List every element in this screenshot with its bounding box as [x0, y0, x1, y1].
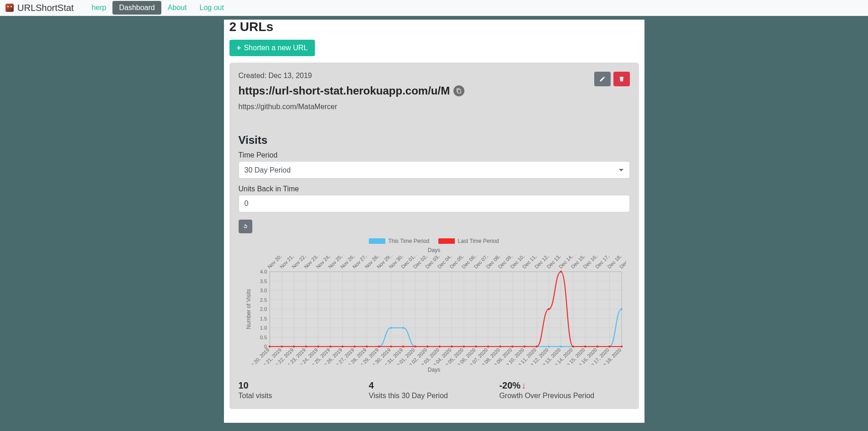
svg-text:2.0: 2.0	[260, 306, 266, 312]
stat-period-label: Visits this 30 Day Period	[369, 392, 499, 400]
svg-point-139	[620, 308, 622, 310]
time-period-label: Time Period	[239, 151, 630, 159]
svg-point-161	[523, 346, 525, 347]
stat-total: 10 Total visits	[239, 380, 369, 400]
navbar: URLShortStat herp Dashboard About Log ou…	[0, 0, 868, 16]
nav-herp[interactable]: herp	[85, 1, 112, 15]
svg-text:0.5: 0.5	[260, 335, 266, 340]
arrow-down-icon: ↓	[522, 380, 526, 391]
svg-point-156	[463, 346, 464, 347]
stat-total-label: Total visits	[239, 392, 369, 400]
shorten-url-button[interactable]: + Shorten a new URL	[229, 40, 315, 56]
units-back-input[interactable]	[239, 195, 630, 212]
nav-logout[interactable]: Log out	[193, 1, 230, 15]
plus-icon: +	[237, 43, 241, 53]
svg-point-157	[475, 346, 477, 347]
svg-text:1.5: 1.5	[260, 316, 266, 321]
chart-top-axis-title: Days	[239, 247, 630, 253]
svg-point-146	[341, 346, 343, 347]
svg-point-150	[390, 346, 392, 347]
svg-text:2.5: 2.5	[260, 297, 266, 303]
svg-point-163	[548, 308, 549, 310]
stat-period: 4 Visits this 30 Day Period	[369, 380, 499, 400]
svg-point-151	[402, 346, 404, 347]
refresh-button[interactable]	[239, 220, 252, 233]
edit-icon	[599, 76, 606, 82]
svg-text:3.0: 3.0	[260, 288, 266, 293]
edit-button[interactable]	[594, 72, 611, 86]
svg-point-143	[305, 346, 307, 347]
svg-point-168	[608, 346, 610, 347]
url-card: Created: Dec 13, 2019 https://url-short-…	[229, 63, 639, 409]
svg-point-141	[281, 346, 282, 347]
svg-text:1.0: 1.0	[260, 325, 266, 331]
nav-about[interactable]: About	[161, 1, 193, 15]
svg-point-169	[620, 346, 622, 347]
legend-last-period[interactable]: Last Time Period	[438, 238, 499, 244]
refresh-icon	[242, 223, 249, 230]
units-back-label: Units Back in Time	[239, 185, 630, 193]
svg-point-145	[329, 346, 331, 347]
svg-point-148	[366, 346, 367, 347]
svg-text:Number of Visits: Number of Visits	[245, 289, 252, 329]
app-logo-icon	[5, 4, 14, 12]
visits-header: Visits	[239, 134, 630, 147]
stat-growth-label: Growth Over Previous Period	[499, 392, 629, 400]
legend-this-label: This Time Period	[388, 238, 429, 244]
svg-point-144	[317, 346, 319, 347]
svg-point-162	[535, 346, 537, 347]
stat-growth: -20% ↓ Growth Over Previous Period	[499, 380, 629, 400]
svg-point-134	[560, 346, 562, 347]
svg-point-147	[353, 346, 355, 347]
time-period-select[interactable]: 30 Day Period	[239, 161, 630, 179]
svg-point-158	[487, 346, 489, 347]
svg-point-160	[511, 346, 513, 347]
svg-point-140	[268, 346, 270, 347]
copy-url-button[interactable]	[453, 85, 464, 96]
short-url: https://url-short-stat.herokuapp.com/u/M	[239, 84, 450, 97]
svg-text:3.5: 3.5	[260, 279, 266, 284]
svg-text:4.0: 4.0	[260, 269, 266, 274]
page-title: 2 URLs	[229, 20, 639, 34]
app-brand: URLShortStat	[17, 3, 74, 13]
svg-point-167	[596, 346, 598, 347]
delete-button[interactable]	[613, 72, 630, 86]
stat-growth-value: -20%	[499, 380, 521, 391]
long-url: https://github.com/MataMercer	[239, 103, 465, 111]
copy-icon	[456, 88, 462, 94]
svg-point-121	[402, 327, 404, 329]
svg-point-152	[414, 346, 416, 347]
nav-dashboard[interactable]: Dashboard	[112, 1, 161, 15]
legend-swatch-this-icon	[369, 238, 385, 244]
svg-point-165	[572, 346, 574, 347]
stat-total-value: 10	[239, 380, 369, 391]
chart-legend: This Time Period Last Time Period	[239, 238, 630, 244]
svg-point-120	[390, 327, 392, 329]
chart-canvas[interactable]: 00.51.01.52.02.53.03.54.0Number of Visit…	[242, 255, 626, 365]
stats-row: 10 Total visits 4 Visits this 30 Day Per…	[239, 380, 630, 400]
svg-point-164	[560, 271, 562, 273]
chart-bottom-axis-title: Days	[239, 367, 630, 373]
created-date: Created: Dec 13, 2019	[239, 72, 465, 80]
stat-period-value: 4	[369, 380, 499, 391]
svg-point-159	[499, 346, 501, 347]
svg-point-166	[584, 346, 586, 347]
shorten-url-button-label: Shorten a new URL	[244, 44, 308, 52]
legend-this-period[interactable]: This Time Period	[369, 238, 429, 244]
svg-point-149	[378, 346, 379, 347]
svg-point-154	[438, 346, 440, 347]
svg-point-142	[293, 346, 294, 347]
svg-point-133	[548, 346, 549, 347]
legend-last-label: Last Time Period	[458, 238, 499, 244]
trash-icon	[618, 76, 625, 82]
svg-point-155	[451, 346, 453, 347]
legend-swatch-last-icon	[438, 238, 455, 244]
svg-point-153	[426, 346, 428, 347]
chart: Days 00.51.01.52.02.53.03.54.0Number of …	[239, 247, 630, 373]
